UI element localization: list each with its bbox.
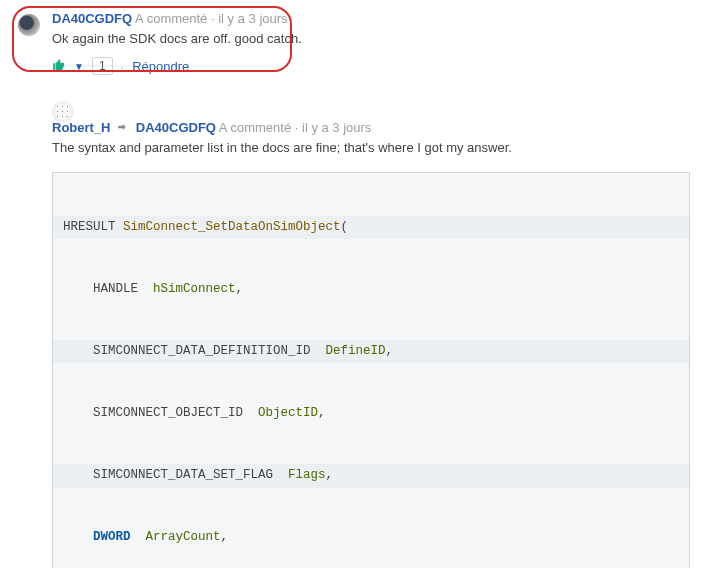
comment-body: The syntax and parameter list in the doc… xyxy=(52,139,690,568)
username-link[interactable]: DA40CGDFQ xyxy=(52,11,132,26)
code-block-syntax: HRESULT SimConnect_SetDataOnSimObject( H… xyxy=(52,172,690,568)
reply-link[interactable]: Répondre xyxy=(132,59,189,74)
separator: · xyxy=(295,120,299,135)
avatar[interactable] xyxy=(52,101,74,123)
paragraph: The syntax and parameter list in the doc… xyxy=(52,139,690,158)
timestamp: il y a 3 jours xyxy=(302,120,371,135)
action-label: A commenté xyxy=(135,11,207,26)
comment-body: Ok again the SDK docs are off. good catc… xyxy=(52,30,690,49)
separator: · xyxy=(121,59,125,74)
reply-arrow-icon xyxy=(116,120,132,135)
action-label: A commenté xyxy=(219,120,291,135)
reply-to-user[interactable]: DA40CGDFQ xyxy=(136,120,216,135)
timestamp: il y a 3 jours xyxy=(218,11,287,26)
comment-2: Robert_H DA40CGDFQ A commenté · il y a 3… xyxy=(18,97,690,568)
thumbs-up-icon[interactable] xyxy=(52,58,66,75)
comment-header: Robert_H DA40CGDFQ A commenté · il y a 3… xyxy=(52,119,690,137)
vote-count: 1 xyxy=(92,57,113,75)
avatar[interactable] xyxy=(18,14,40,36)
comment-actions: ▼ 1 · Répondre xyxy=(52,57,690,75)
comment-header: DA40CGDFQ A commenté · il y a 3 jours xyxy=(52,10,690,28)
vote-caret-icon[interactable]: ▼ xyxy=(74,61,84,72)
comment-1: DA40CGDFQ A commenté · il y a 3 jours Ok… xyxy=(18,10,690,75)
separator: · xyxy=(211,11,215,26)
